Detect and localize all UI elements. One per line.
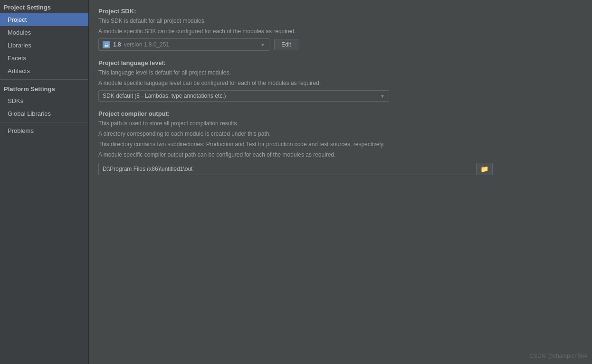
compiler-path-input[interactable]: [99, 163, 476, 175]
platform-settings-title: Platform Settings: [0, 82, 88, 94]
language-label: Project language level:: [98, 59, 582, 66]
compiler-desc1: This path is used to store all project c…: [98, 119, 582, 128]
compiler-path-row: 📁: [98, 163, 493, 175]
sdk-dropdown-arrow: ▼: [260, 42, 265, 47]
sdk-version-bold: 1.8: [113, 41, 121, 48]
sidebar-item-global-libraries[interactable]: Global Libraries: [0, 107, 88, 120]
language-section: Project language level: This language le…: [98, 59, 582, 102]
sidebar-item-modules[interactable]: Modules: [0, 26, 88, 39]
edit-sdk-button[interactable]: Edit: [274, 39, 298, 50]
project-settings-title: Project Settings: [0, 0, 88, 13]
sidebar-item-artifacts[interactable]: Artifacts: [0, 65, 88, 77]
sidebar: Project Settings Project Modules Librari…: [0, 0, 89, 364]
sidebar-item-libraries[interactable]: Libraries: [0, 39, 88, 52]
compiler-desc2: A directory corresponding to each module…: [98, 130, 582, 138]
sdk-row: ☕ 1.8 version 1.8.0_251 ▼ Edit: [98, 38, 582, 51]
language-value: SDK default (8 - Lambdas, type annotatio…: [103, 93, 226, 99]
sidebar-item-sdks[interactable]: SDKs: [0, 94, 88, 107]
main-content: Project SDK: This SDK is default for all…: [89, 0, 592, 364]
language-desc2: A module specific language level can be …: [98, 79, 582, 87]
folder-browse-button[interactable]: 📁: [476, 163, 492, 175]
sidebar-item-problems[interactable]: Problems: [0, 124, 88, 137]
sdk-version-light: version 1.8.0_251: [124, 41, 169, 48]
language-dropdown[interactable]: SDK default (8 - Lambdas, type annotatio…: [98, 90, 389, 102]
sdk-desc1: This SDK is default for all project modu…: [98, 17, 582, 25]
sdk-desc2: A module specific SDK can be configured …: [98, 27, 582, 36]
sidebar-item-project[interactable]: Project: [0, 13, 88, 26]
watermark: CSDN @champion564: [529, 353, 587, 359]
compiler-section: Project compiler output: This path is us…: [98, 110, 582, 175]
language-dropdown-arrow: ▼: [380, 93, 385, 99]
sidebar-item-facets[interactable]: Facets: [0, 52, 88, 65]
folder-icon: 📁: [480, 165, 488, 173]
java-icon: ☕: [103, 41, 110, 48]
sdk-section: Project SDK: This SDK is default for all…: [98, 8, 582, 51]
language-desc1: This language level is default for all p…: [98, 68, 582, 77]
compiler-label: Project compiler output:: [98, 110, 582, 117]
sdk-label: Project SDK:: [98, 8, 582, 15]
compiler-desc3: This directory contains two subdirectori…: [98, 140, 582, 149]
sdk-dropdown[interactable]: ☕ 1.8 version 1.8.0_251 ▼: [98, 38, 269, 51]
compiler-desc4: A module specific compiler output path c…: [98, 150, 582, 159]
